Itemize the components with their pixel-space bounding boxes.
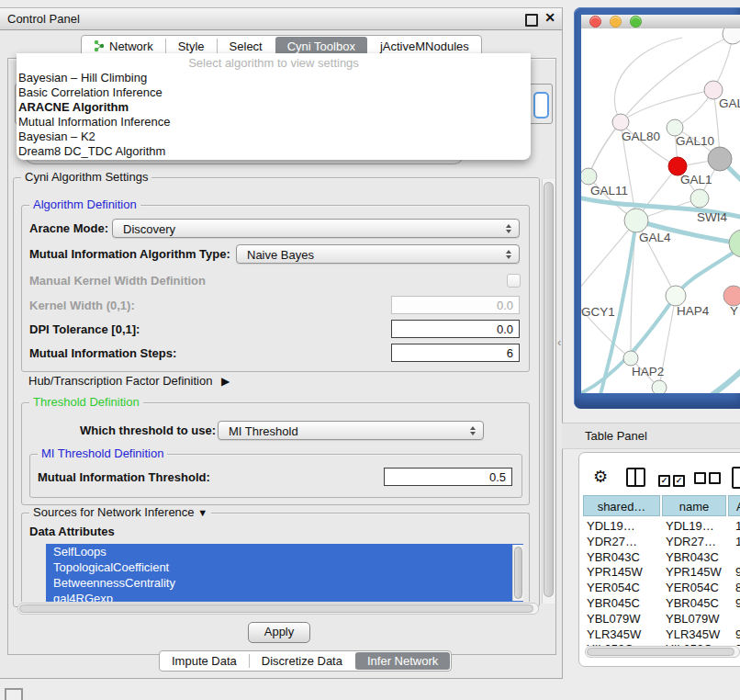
attributes-list-scrollbar-thumb[interactable] xyxy=(514,547,522,599)
mac-zoom-icon[interactable] xyxy=(630,16,642,28)
network-graph[interactable]: GALGAL80GAL10GAL1GAL11SWI4GAL4GCY1HAP4YH… xyxy=(581,28,740,393)
network-edge-highlighted[interactable] xyxy=(708,359,740,393)
network-node[interactable] xyxy=(624,209,648,232)
mac-minimize-icon[interactable] xyxy=(610,16,622,28)
algorithm-definition-title: Algorithm Definition xyxy=(29,198,140,211)
mi-type-label: Mutual Information Algorithm Type: xyxy=(29,247,230,261)
deselect-all-columns-icon[interactable] xyxy=(694,472,723,487)
settings-vertical-scrollbar[interactable] xyxy=(542,179,555,604)
attribute-list-item[interactable]: TopologicalCoefficient xyxy=(46,559,523,575)
attribute-list-item[interactable]: SelfLoops xyxy=(46,544,523,559)
dropdown-item[interactable]: Bayesian – K2 xyxy=(17,130,531,144)
network-node[interactable] xyxy=(623,351,638,366)
network-node-label: GAL1 xyxy=(680,173,712,186)
mi-threshold-group: MI Threshold Definition Mutual Informati… xyxy=(29,454,522,498)
table-row[interactable]: YLR345WYLR345W9. xyxy=(581,627,740,642)
settings-horizontal-scrollbar-thumb[interactable] xyxy=(19,604,533,613)
stepper-icon xyxy=(506,224,511,233)
network-node-label: HAP2 xyxy=(632,365,664,378)
table-rows[interactable]: YDL19…YDL19…13YDR27…YDR27…12YBR043CYBR04… xyxy=(581,518,740,646)
attributes-list-scrollbar[interactable] xyxy=(512,545,523,601)
network-canvas[interactable]: GALGAL80GAL10GAL1GAL11SWI4GAL4GCY1HAP4YH… xyxy=(581,28,740,393)
stepper-icon xyxy=(506,250,511,259)
table-row[interactable]: YBL079WYBL079W xyxy=(581,611,740,627)
network-node[interactable] xyxy=(612,114,629,130)
dpi-tolerance-label: DPI Tolerance [0,1]: xyxy=(29,322,140,336)
network-edge[interactable] xyxy=(581,220,636,299)
table-panel-box: ⚙ ✓✓ shared… name A YDL19…YDL19…13YDR27…… xyxy=(578,452,740,667)
manual-kernel-checkbox[interactable] xyxy=(507,274,521,288)
kernel-width-field[interactable]: 0.0 xyxy=(391,296,520,314)
network-node[interactable] xyxy=(723,286,740,306)
sources-title[interactable]: Sources for Network Inference ▼ xyxy=(29,505,211,519)
which-threshold-combo[interactable]: MI Threshold xyxy=(218,421,484,440)
table-header-row: shared… name A xyxy=(581,495,740,516)
mi-type-combo[interactable]: Naive Bayes xyxy=(236,244,520,264)
close-icon[interactable]: ✕ xyxy=(544,10,555,25)
table-panel-title: Table Panel xyxy=(585,429,647,443)
new-table-icon[interactable] xyxy=(732,467,740,489)
table-row[interactable]: YBR045CYBR045C9. xyxy=(581,595,740,611)
dropdown-item[interactable]: Mutual Information Inference xyxy=(17,115,531,130)
table-row[interactable]: YPR145WYPR145W9. xyxy=(581,564,740,580)
column-header-name[interactable]: name xyxy=(662,495,726,516)
combo-stepper-focused[interactable] xyxy=(533,92,549,119)
network-node[interactable] xyxy=(690,189,709,208)
dpi-tolerance-field[interactable]: 0.0 xyxy=(391,320,520,338)
apply-button[interactable]: Apply xyxy=(248,622,310,643)
network-node[interactable] xyxy=(666,286,686,306)
tab-infer-network[interactable]: Infer Network xyxy=(355,652,450,670)
mi-steps-field[interactable]: 6 xyxy=(391,344,520,362)
settings-vertical-scrollbar-thumb[interactable] xyxy=(544,182,554,597)
network-node-label: GAL10 xyxy=(676,134,714,148)
dropdown-item[interactable]: Dream8 DC_TDC Algorithm xyxy=(17,144,531,159)
mac-close-icon[interactable] xyxy=(589,16,601,28)
cyni-algorithm-settings-group: Cyni Algorithm Settings Algorithm Defini… xyxy=(13,177,540,607)
network-node[interactable] xyxy=(581,168,597,185)
gear-icon[interactable]: ⚙ xyxy=(593,469,608,485)
network-node-label: HAP4 xyxy=(677,304,710,318)
dropdown-item[interactable]: Bayesian – Hill Climbing xyxy=(17,71,531,85)
network-edge[interactable] xyxy=(589,122,621,176)
mi-steps-label: Mutual Information Steps: xyxy=(29,346,176,360)
panel-splitter-handle-icon[interactable]: ‹ xyxy=(557,335,561,349)
attribute-list-item[interactable]: gal4RGexp xyxy=(46,591,523,602)
which-threshold-label: Which threshold to use: xyxy=(80,423,216,437)
mi-threshold-field[interactable]: 0.5 xyxy=(384,468,512,486)
mi-threshold-label: Mutual Information Threshold: xyxy=(38,470,210,484)
network-node[interactable] xyxy=(723,28,740,44)
network-node[interactable] xyxy=(652,380,667,393)
table-row[interactable]: YDR27…YDR27…12 xyxy=(581,534,740,549)
dropdown-item[interactable]: ARACNE Algorithm xyxy=(17,100,531,115)
tab-discretize-data[interactable]: Discretize Data xyxy=(250,651,354,671)
network-edge[interactable] xyxy=(614,38,682,122)
table-horizontal-scrollbar-thumb[interactable] xyxy=(587,648,734,656)
attribute-list-item[interactable]: BetweennessCentrality xyxy=(46,575,523,591)
network-window-titlebar[interactable] xyxy=(581,15,740,29)
table-row[interactable]: YER054CYER054C8. xyxy=(581,580,740,595)
column-layout-icon[interactable] xyxy=(626,468,645,487)
dock-panel-icon[interactable] xyxy=(5,688,23,700)
select-all-columns-icon[interactable]: ✓✓ xyxy=(658,472,688,487)
aracne-mode-combo[interactable]: Discovery xyxy=(112,219,520,238)
table-panel-titlebar: Table Panel xyxy=(562,423,740,449)
expander-right-arrow-icon: ▶ xyxy=(221,375,230,388)
dropdown-item[interactable]: Basic Correlation Inference xyxy=(17,85,531,100)
kernel-width-label: Kernel Width (0,1): xyxy=(29,299,135,312)
table-horizontal-scrollbar[interactable] xyxy=(585,646,740,658)
tab-impute-data[interactable]: Impute Data xyxy=(160,651,249,671)
column-header-third[interactable]: A xyxy=(728,495,740,516)
settings-horizontal-scrollbar[interactable] xyxy=(17,603,539,615)
network-node[interactable] xyxy=(708,147,732,171)
column-header-shared-name[interactable]: shared… xyxy=(583,495,660,516)
float-window-icon[interactable] xyxy=(525,14,538,27)
table-row[interactable]: YBR043CYBR043C xyxy=(581,549,740,565)
tab-network-label: Network xyxy=(109,40,153,53)
stepper-icon xyxy=(470,426,476,435)
tab-cyni-toolbox[interactable]: Cyni Toolbox xyxy=(275,37,367,55)
network-node-label: SWI4 xyxy=(697,210,727,224)
data-attributes-list[interactable]: SelfLoopsTopologicalCoefficientBetweenne… xyxy=(46,544,523,602)
aracne-mode-label: Aracne Mode: xyxy=(29,221,108,235)
hub-definition-expander[interactable]: Hub/Transcription Factor Definition ▶ xyxy=(28,374,230,388)
table-row[interactable]: YDL19…YDL19…13 xyxy=(581,518,740,534)
